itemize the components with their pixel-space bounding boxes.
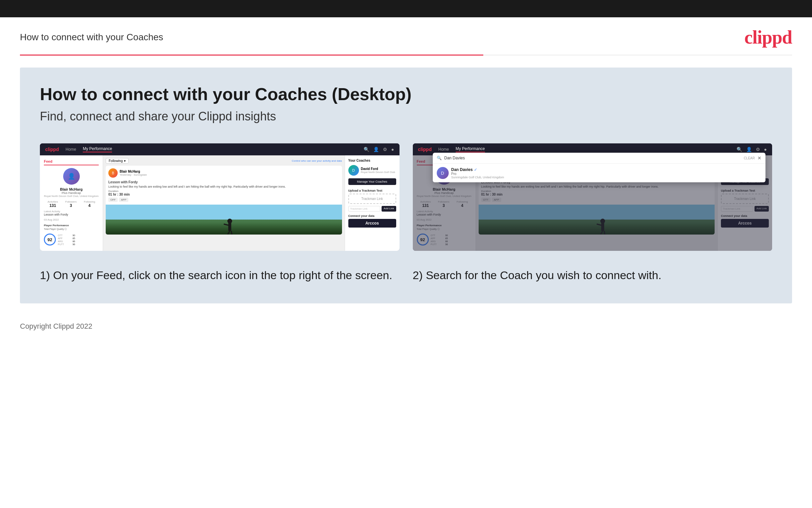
nav-home-1[interactable]: Home — [65, 147, 76, 152]
golfer-svg-1 — [106, 205, 342, 235]
post-title-1: Lesson with Fordy — [108, 180, 339, 184]
following-label: Following — [84, 200, 95, 203]
feed-label-1: Feed — [44, 159, 99, 165]
activity-name-2: Lesson with Fordy — [417, 213, 472, 216]
nav-performance-1[interactable]: My Performance — [83, 146, 112, 153]
profile-name-1: Blair McHarg — [44, 187, 99, 191]
main-content: How to connect with your Coaches (Deskto… — [20, 68, 792, 303]
duration-value-1: 01 hr : 30 min — [108, 193, 339, 196]
result-role: Pro — [451, 172, 504, 176]
score-circle-1: 92 — [44, 234, 56, 246]
settings-icon-2[interactable]: ⚙ — [756, 147, 760, 152]
nav-performance-2[interactable]: My Performance — [456, 146, 485, 153]
clear-button[interactable]: CLEAR — [744, 156, 755, 160]
stat-activities-1: Activities 131 — [48, 200, 58, 208]
arccos-badge-1: Arccos — [348, 219, 396, 227]
post-image-1 — [106, 205, 342, 235]
step-1-description: 1) On your Feed, click on the search ico… — [40, 267, 399, 284]
stat-following-1: Following 4 — [84, 200, 95, 208]
trackman-input-1[interactable]: Trackman Link — [348, 206, 381, 212]
app-nav-1: clippd Home My Performance 🔍 👤 ⚙ ● — [40, 143, 399, 155]
upload-section-1: Upload a Trackman Test Trackman Link Tra… — [348, 189, 396, 212]
screenshot-2: clippd Home My Performance 🔍 👤 ⚙ ● — [413, 143, 772, 251]
post-header-1: B Blair McHarg Yesterday · Sunnigdale — [106, 166, 342, 180]
profile-club-2: Royal North Devon Golf Club, United King… — [417, 195, 472, 198]
user-icon-2[interactable]: 👤 — [746, 147, 752, 152]
trackman-input-row-1: Trackman Link Add Link — [348, 206, 396, 212]
activity-date-1: 03 Aug 2022 — [44, 218, 99, 221]
svg-line-8 — [600, 231, 602, 235]
search-result[interactable]: D Dan Davies ✓ Pro Sunningdale Golf Club… — [433, 164, 766, 182]
svg-line-4 — [231, 231, 232, 235]
post-text-1: Looking to feel like my hands are exitin… — [108, 185, 339, 188]
coach-avatar-1: D — [348, 165, 359, 176]
manage-btn-1[interactable]: Manage Your Coaches — [348, 178, 396, 185]
header-divider — [20, 54, 792, 55]
footer: Copyright Clippd 2022 — [0, 315, 812, 337]
coaches-label-1: Your Coaches — [348, 159, 396, 162]
app-logo-2: clippd — [418, 147, 432, 152]
close-icon[interactable]: ✕ — [758, 155, 761, 161]
control-link-1[interactable]: Control who can see your activity and da… — [292, 159, 342, 162]
result-name: Dan Davies — [451, 167, 473, 172]
stats-row-2: Activities131 Followers3 Following4 — [417, 200, 472, 208]
trackman-box-1: Trackman Link — [348, 194, 396, 204]
stat-bars-1: OTT90 APP85 ARG86 PUTT96 — [58, 234, 75, 246]
svg-rect-6 — [601, 222, 604, 231]
app-btn-1[interactable]: APP — [119, 198, 128, 202]
search-input-text[interactable]: Dan Davies — [444, 156, 741, 160]
activity-name-1: Lesson with Fordy — [44, 213, 99, 216]
profile-handicap-2: Plus Handicap — [417, 191, 472, 195]
activities-value: 131 — [48, 203, 58, 208]
coach-club-1: Royal North Devon Golf Club — [361, 171, 395, 174]
off-btn-1[interactable]: OFF — [108, 198, 118, 202]
clippd-logo: clippd — [745, 27, 792, 48]
coach-name-1: David Ford — [361, 167, 395, 171]
coach-card-1: D David Ford Royal North Devon Golf Club — [348, 165, 396, 176]
nav-home-2[interactable]: Home — [438, 147, 449, 152]
stat-followers-1: Followers 3 — [65, 200, 77, 208]
latest-activity-label-2: Latest Activity — [417, 210, 472, 213]
player-perf-label-1: Player Performance — [44, 224, 99, 227]
post-duration-1: Duration — [108, 189, 339, 193]
top-bar — [0, 0, 812, 17]
avatar-icon[interactable]: ● — [391, 147, 394, 152]
svg-line-3 — [228, 231, 230, 235]
post-meta-1: Yesterday · Sunnigdale — [120, 173, 147, 176]
search-icon[interactable]: 🔍 — [364, 147, 369, 152]
search-icon-2[interactable]: 🔍 — [736, 147, 742, 152]
result-avatar: D — [437, 167, 449, 179]
nav-icons-1: 🔍 👤 ⚙ ● — [364, 147, 394, 152]
duration-label-1: Duration — [108, 189, 118, 193]
activity-date-2: 03 Aug 2022 — [417, 218, 472, 221]
mock-app-1: clippd Home My Performance 🔍 👤 ⚙ ● — [40, 143, 399, 251]
total-quality-1: Total Player Quality ⓘ — [44, 227, 99, 231]
score-circle-2: 92 — [417, 234, 429, 246]
app-logo-1: clippd — [45, 147, 59, 152]
settings-icon[interactable]: ⚙ — [383, 147, 387, 152]
add-link-btn-1[interactable]: Add Link — [382, 206, 396, 212]
followers-label: Followers — [65, 200, 77, 203]
avatar-icon-2[interactable]: ● — [764, 147, 767, 152]
following-button-1[interactable]: Following ▾ — [106, 158, 129, 164]
app-body-1: Feed 👤 Blair McHarg Plus Handicap Royal … — [40, 155, 399, 251]
followers-value: 3 — [65, 203, 77, 208]
svg-rect-1 — [228, 222, 231, 231]
result-club: Sunningdale Golf Club, United Kingdom — [451, 176, 504, 179]
post-body-1: Lesson with Fordy Looking to feel like m… — [106, 180, 342, 205]
stats-row-1: Activities 131 Followers 3 Following 4 — [44, 200, 99, 208]
upload-label-1: Upload a Trackman Test — [348, 189, 396, 192]
search-overlay: 🔍 Dan Davies CLEAR ✕ D Dan Davies ✓ Pro … — [433, 153, 766, 182]
profile-club-1: Royal North Devon Golf Club, United King… — [44, 195, 99, 198]
activities-label: Activities — [48, 200, 58, 203]
player-perf-label-2: Player Performance — [417, 224, 472, 227]
description-grid: 1) On your Feed, click on the search ico… — [40, 267, 772, 284]
svg-line-9 — [604, 231, 605, 235]
copyright-text: Copyright Clippd 2022 — [20, 322, 92, 330]
nav-icons-2: 🔍 👤 ⚙ ● — [736, 147, 767, 152]
search-icon-overlay: 🔍 — [437, 156, 442, 160]
result-info: Dan Davies ✓ Pro Sunningdale Golf Club, … — [451, 167, 504, 179]
connect-label-1: Connect your data — [348, 214, 396, 218]
user-icon[interactable]: 👤 — [373, 147, 379, 152]
search-bar: 🔍 Dan Davies CLEAR ✕ — [433, 153, 766, 164]
